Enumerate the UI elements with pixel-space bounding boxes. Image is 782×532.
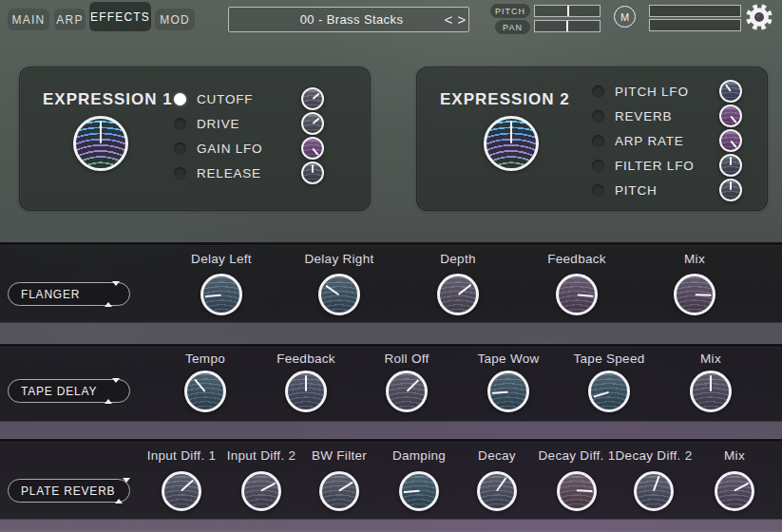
param-tape-wow: Tape Wow <box>456 351 561 412</box>
param-knob[interactable] <box>285 370 327 412</box>
expression-main-knob[interactable] <box>73 116 128 171</box>
target-radio[interactable] <box>174 167 186 180</box>
target-amount-knob[interactable] <box>301 137 324 160</box>
target-amount-knob[interactable] <box>301 162 324 184</box>
tab-effects[interactable]: EFFECTS <box>89 2 151 31</box>
target-radio[interactable] <box>592 86 604 98</box>
tab-main[interactable]: MAIN <box>8 9 49 30</box>
target-label: CUTOFF <box>197 92 301 106</box>
effect-type-label: PLATE REVERB <box>21 484 115 498</box>
expression-target-row: CUTOFF <box>174 86 324 111</box>
settings-button[interactable] <box>745 3 773 31</box>
param-knob[interactable] <box>241 471 281 511</box>
target-radio[interactable] <box>174 93 186 105</box>
param-knob[interactable] <box>318 274 360 315</box>
target-radio[interactable] <box>592 110 604 123</box>
arrow-up-icon <box>105 286 112 307</box>
effect-type-select[interactable]: PLATE REVERB <box>8 479 130 503</box>
knob-pointer <box>734 483 749 492</box>
target-radio[interactable] <box>592 160 604 172</box>
param-label: Tape Speed <box>573 351 644 367</box>
param-knob[interactable] <box>690 370 732 412</box>
param-label: Mix <box>700 351 721 367</box>
param-label: Decay Diff. 2 <box>616 447 693 464</box>
pan-slider-handle[interactable] <box>566 21 568 31</box>
expression-target-row: RELEASE <box>174 161 324 185</box>
target-amount-knob[interactable] <box>719 179 742 201</box>
knob-pointer <box>181 480 194 492</box>
param-label: Tempo <box>185 351 225 367</box>
effect-type-select[interactable]: TAPE DELAY <box>8 379 130 403</box>
knob-pointer <box>312 117 319 124</box>
tab-mod[interactable]: MOD <box>155 9 195 30</box>
knob-pointer <box>205 294 222 297</box>
target-amount-knob[interactable] <box>719 154 742 177</box>
knob-pointer <box>730 181 732 190</box>
knob-pointer <box>510 121 512 143</box>
param-knob[interactable] <box>674 274 715 315</box>
knob-pointer <box>695 294 712 296</box>
param-knob[interactable] <box>162 471 201 511</box>
pan-slider[interactable] <box>534 20 601 32</box>
param-knob[interactable] <box>588 370 630 412</box>
param-delay-right: Delay Right <box>287 251 391 315</box>
param-label: Delay Right <box>304 251 373 267</box>
target-radio[interactable] <box>592 184 604 197</box>
target-radio[interactable] <box>174 118 186 130</box>
target-amount-knob[interactable] <box>719 129 742 152</box>
expression-main-knob[interactable] <box>484 116 539 171</box>
knob-pointer <box>325 284 340 295</box>
param-mix: Mix <box>642 251 747 315</box>
mono-button[interactable]: M <box>614 6 636 28</box>
param-tempo: Tempo <box>153 351 257 412</box>
param-knob[interactable] <box>487 370 529 412</box>
param-knob[interactable] <box>399 471 439 511</box>
preset-prev-button[interactable]: < <box>442 8 455 31</box>
param-knob[interactable] <box>557 471 597 511</box>
param-knob[interactable] <box>437 274 479 315</box>
param-knob[interactable] <box>184 370 226 412</box>
target-radio[interactable] <box>592 135 604 147</box>
param-knob[interactable] <box>634 471 674 511</box>
param-knob[interactable] <box>715 471 754 511</box>
value-display-bottom <box>649 19 741 31</box>
param-feedback: Feedback <box>254 351 358 412</box>
effect-row-plate-reverb: PLATE REVERBInput Diff. 1Input Diff. 2BW… <box>0 439 782 519</box>
param-knob[interactable] <box>319 471 359 511</box>
pitch-slider[interactable] <box>534 5 601 17</box>
param-mix: Mix <box>682 447 782 511</box>
effect-type-select[interactable]: FLANGER <box>8 282 130 306</box>
target-radio[interactable] <box>174 142 186 155</box>
effect-type-label: FLANGER <box>21 288 105 301</box>
target-amount-knob[interactable] <box>719 80 742 103</box>
param-roll-off: Roll Off <box>354 351 459 412</box>
pitch-label-badge: PITCH <box>490 4 530 18</box>
target-amount-knob[interactable] <box>301 112 324 135</box>
preset-selector[interactable]: 00 - Brass Stacks < > <box>228 7 469 32</box>
pitch-slider-handle[interactable] <box>567 6 569 16</box>
expression-target-row: PITCH LFO <box>592 79 742 104</box>
param-knob[interactable] <box>200 274 242 315</box>
knob-pointer <box>653 476 660 491</box>
knob-pointer <box>305 375 307 391</box>
expression-panel-1: EXPRESSION 1CUTOFFDRIVEGAIN LFORELEASE <box>19 66 371 211</box>
target-label: DRIVE <box>197 117 301 131</box>
pan-label-badge: PAN <box>495 20 530 34</box>
preset-next-button[interactable]: > <box>455 8 468 31</box>
knob-pointer <box>457 283 471 295</box>
knob-pointer <box>710 375 712 391</box>
param-knob[interactable] <box>556 274 598 315</box>
target-label: GAIN LFO <box>197 142 301 156</box>
knob-pointer <box>406 379 419 392</box>
target-amount-knob[interactable] <box>719 104 742 127</box>
knob-pointer <box>403 490 419 494</box>
param-label: BW Filter <box>312 447 367 464</box>
param-knob[interactable] <box>477 471 517 511</box>
target-amount-knob[interactable] <box>301 87 324 110</box>
param-knob[interactable] <box>386 370 428 412</box>
row-divider-band <box>0 322 782 344</box>
knob-pointer <box>338 482 353 492</box>
knob-pointer <box>725 84 732 92</box>
tab-arp[interactable]: ARP <box>54 9 86 30</box>
target-label: REVERB <box>615 109 719 124</box>
